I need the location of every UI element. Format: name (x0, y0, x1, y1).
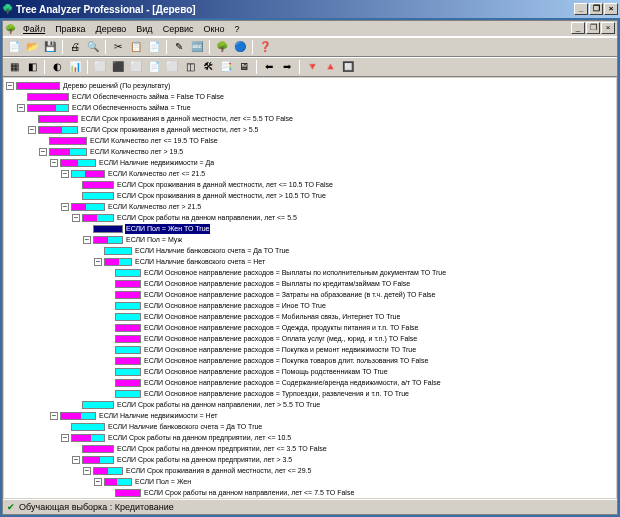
tree-row[interactable]: ЕСЛИ Основное направление расходов = Моб… (6, 312, 614, 322)
menu-file[interactable]: Файл (18, 23, 50, 35)
tb2-btn-16[interactable]: ⬅ (261, 59, 277, 75)
tb2-btn-6[interactable]: ⬜ (92, 59, 108, 75)
menu-service[interactable]: Сервис (158, 23, 199, 35)
tree-row[interactable]: ЕСЛИ Основное направление расходов = Вып… (6, 268, 614, 278)
tb1-btn-8[interactable]: 📋 (128, 39, 144, 55)
maximize-button[interactable]: ❐ (589, 3, 603, 15)
collapse-icon[interactable]: − (83, 236, 91, 244)
collapse-icon[interactable]: − (61, 203, 69, 211)
tree-row[interactable]: −ЕСЛИ Наличие банковского счета = Нет (6, 257, 614, 267)
tree-row[interactable]: −ЕСЛИ Количество лет <= 21.5 (6, 169, 614, 179)
tree-node-label[interactable]: ЕСЛИ Срок работы на данном предприятии, … (107, 433, 292, 443)
tree-row[interactable]: −ЕСЛИ Срок работы на данном предприятии,… (6, 433, 614, 443)
collapse-icon[interactable]: − (72, 214, 80, 222)
tb1-btn-17[interactable]: ❓ (257, 39, 273, 55)
tree-node-label[interactable]: ЕСЛИ Основное направление расходов = Зат… (143, 290, 436, 300)
menu-help[interactable]: ? (229, 23, 244, 35)
tb1-btn-12[interactable]: 🔤 (189, 39, 205, 55)
tree-node-label[interactable]: ЕСЛИ Пол = Муж (125, 235, 183, 245)
mdi-close-button[interactable]: × (601, 22, 615, 34)
tree-node-label[interactable]: ЕСЛИ Наличие недвижимости = Нет (98, 411, 219, 421)
tree-row[interactable]: ЕСЛИ Основное направление расходов = Тур… (6, 389, 614, 399)
tree-node-label[interactable]: ЕСЛИ Пол = Жен (134, 477, 192, 487)
tree-row[interactable]: −Дерево решений (По результату) (6, 81, 614, 91)
tree-row[interactable]: ЕСЛИ Основное направление расходов = Сод… (6, 378, 614, 388)
tree-row[interactable]: ЕСЛИ Количество лет <= 19.5 ТО False (6, 136, 614, 146)
tb2-btn-8[interactable]: ⬜ (128, 59, 144, 75)
tree-node-label[interactable]: ЕСЛИ Количество лет <= 21.5 (107, 169, 206, 179)
tree-node-label[interactable]: ЕСЛИ Основное направление расходов = Оде… (143, 323, 419, 333)
tree-row[interactable]: ЕСЛИ Основное направление расходов = Опл… (6, 334, 614, 344)
tree-node-label[interactable]: ЕСЛИ Срок проживания в данной местности,… (116, 180, 334, 190)
tree-row[interactable]: −ЕСЛИ Срок работы на данном предприятии,… (6, 455, 614, 465)
tree-row[interactable]: −ЕСЛИ Количество лет > 19.5 (6, 147, 614, 157)
menu-view[interactable]: Вид (131, 23, 157, 35)
tree-row[interactable]: −ЕСЛИ Обеспеченность займа = True (6, 103, 614, 113)
collapse-icon[interactable]: − (72, 456, 80, 464)
tb2-btn-0[interactable]: ▦ (6, 59, 22, 75)
tree-row[interactable]: −ЕСЛИ Срок проживания в данной местности… (6, 466, 614, 476)
tb2-btn-21[interactable]: 🔲 (340, 59, 356, 75)
mdi-minimize-button[interactable]: _ (571, 22, 585, 34)
tree-node-label[interactable]: ЕСЛИ Наличие банковского счета = Да ТО T… (134, 246, 290, 256)
tree-row[interactable]: −ЕСЛИ Наличие недвижимости = Нет (6, 411, 614, 421)
tb1-btn-4[interactable]: 🖨 (67, 39, 83, 55)
tree-node-label[interactable]: ЕСЛИ Основное направление расходов = Вып… (143, 279, 411, 289)
tb1-btn-2[interactable]: 💾 (42, 39, 58, 55)
collapse-icon[interactable]: − (50, 159, 58, 167)
tree-row[interactable]: −ЕСЛИ Пол = Жен (6, 477, 614, 487)
tree-row[interactable]: −ЕСЛИ Срок проживания в данной местности… (6, 125, 614, 135)
tree-row[interactable]: ЕСЛИ Основное направление расходов = Пок… (6, 356, 614, 366)
minimize-button[interactable]: _ (574, 3, 588, 15)
collapse-icon[interactable]: − (28, 126, 36, 134)
tree-row[interactable]: ЕСЛИ Срок работы на данном направлении, … (6, 400, 614, 410)
tree-row[interactable]: ЕСЛИ Срок проживания в данной местности,… (6, 180, 614, 190)
tree-node-label[interactable]: ЕСЛИ Срок работы на данном направлении, … (116, 400, 321, 410)
tb2-btn-4[interactable]: 📊 (67, 59, 83, 75)
tree-node-label[interactable]: ЕСЛИ Срок работы на данном направлении, … (143, 488, 355, 498)
tree-row[interactable]: ЕСЛИ Срок работы на данном направлении, … (6, 488, 614, 498)
collapse-icon[interactable]: − (94, 478, 102, 486)
tree-node-label[interactable]: ЕСЛИ Пол = Жен ТО True (125, 224, 210, 234)
tree-node-label[interactable]: ЕСЛИ Срок работы на данном предприятии, … (116, 444, 328, 454)
tb2-btn-12[interactable]: 🛠 (200, 59, 216, 75)
tb1-btn-7[interactable]: ✂ (110, 39, 126, 55)
tb1-btn-11[interactable]: ✎ (171, 39, 187, 55)
menu-window[interactable]: Окно (198, 23, 229, 35)
tree-row[interactable]: ЕСЛИ Основное направление расходов = Пом… (6, 367, 614, 377)
tb2-btn-14[interactable]: 🖥 (236, 59, 252, 75)
tree-node-label[interactable]: ЕСЛИ Основное направление расходов = Моб… (143, 312, 401, 322)
tree-row[interactable]: ЕСЛИ Основное направление расходов = Пок… (6, 345, 614, 355)
tree-node-label[interactable]: ЕСЛИ Основное направление расходов = Пок… (143, 345, 417, 355)
tree-node-label[interactable]: ЕСЛИ Количество лет > 21.5 (107, 202, 202, 212)
tree-node-label[interactable]: ЕСЛИ Основное направление расходов = Сод… (143, 378, 442, 388)
tree-row[interactable]: −ЕСЛИ Срок работы на данном направлении,… (6, 213, 614, 223)
tb1-btn-5[interactable]: 🔍 (85, 39, 101, 55)
tb2-btn-20[interactable]: 🔺 (322, 59, 338, 75)
tree-row[interactable]: ЕСЛИ Основное направление расходов = Оде… (6, 323, 614, 333)
tb1-btn-15[interactable]: 🔵 (232, 39, 248, 55)
tree-row[interactable]: −ЕСЛИ Количество лет > 21.5 (6, 202, 614, 212)
mdi-restore-button[interactable]: ❐ (586, 22, 600, 34)
collapse-icon[interactable]: − (83, 467, 91, 475)
tree-node-label[interactable]: ЕСЛИ Основное направление расходов = Ино… (143, 301, 327, 311)
tree-node-label[interactable]: Дерево решений (По результату) (62, 81, 171, 91)
tree-row[interactable]: ЕСЛИ Обеспеченность займа = False ТО Fal… (6, 92, 614, 102)
tb1-btn-1[interactable]: 📂 (24, 39, 40, 55)
tree-node-label[interactable]: ЕСЛИ Наличие банковского счета = Нет (134, 257, 266, 267)
tree-row[interactable]: ЕСЛИ Наличие банковского счета = Да ТО T… (6, 246, 614, 256)
tb2-btn-1[interactable]: ◧ (24, 59, 40, 75)
tree-node-label[interactable]: ЕСЛИ Срок проживания в данной местности,… (125, 466, 312, 476)
tree-row[interactable]: ЕСЛИ Наличие банковского счета = Да ТО T… (6, 422, 614, 432)
tree-node-label[interactable]: ЕСЛИ Количество лет <= 19.5 ТО False (89, 136, 219, 146)
tree-row[interactable]: ЕСЛИ Основное направление расходов = Зат… (6, 290, 614, 300)
tree-row[interactable]: ЕСЛИ Срок проживания в данной местности,… (6, 114, 614, 124)
collapse-icon[interactable]: − (61, 434, 69, 442)
collapse-icon[interactable]: − (6, 82, 14, 90)
tb2-btn-17[interactable]: ➡ (279, 59, 295, 75)
tree-row[interactable]: ЕСЛИ Основное направление расходов = Ино… (6, 301, 614, 311)
tree-node-label[interactable]: ЕСЛИ Основное направление расходов = Вып… (143, 268, 447, 278)
tree-node-label[interactable]: ЕСЛИ Основное направление расходов = Пом… (143, 367, 389, 377)
tb2-btn-7[interactable]: ⬛ (110, 59, 126, 75)
tree-node-label[interactable]: ЕСЛИ Наличие банковского счета = Да ТО T… (107, 422, 263, 432)
